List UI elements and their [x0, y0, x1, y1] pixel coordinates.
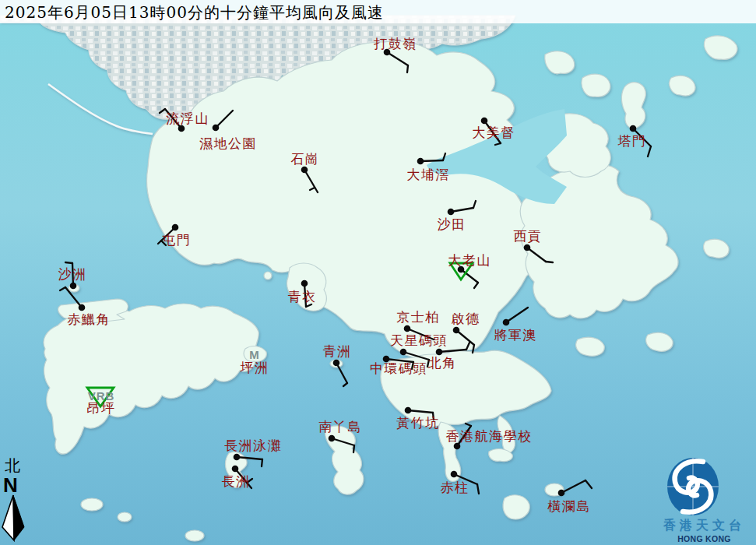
station-dot — [405, 407, 412, 414]
hko-logo: 香港天文台 HONG KONG OBSERVATORY — [652, 456, 756, 543]
station-label: 橫瀾島 — [547, 498, 591, 514]
station-dot — [558, 490, 565, 497]
station-ngong-ping: VRB昂坪 — [87, 388, 116, 416]
station-label: 香港航海學校 — [446, 428, 533, 444]
north-arrow-icon — [2, 495, 24, 540]
station-label: 黃竹坑 — [396, 415, 440, 431]
station-label: 流浮山 — [166, 111, 209, 126]
station-dot — [451, 471, 458, 478]
station-label: 屯門 — [163, 232, 192, 248]
station-dot — [234, 454, 241, 461]
station-label: 北角 — [428, 355, 457, 371]
station-dot — [329, 435, 336, 442]
station-label: 青洲 — [323, 343, 352, 359]
station-label: 西貢 — [514, 228, 543, 244]
station-dot — [301, 167, 308, 174]
station-label: 南丫島 — [318, 419, 362, 434]
station-label: 中環碼頭 — [370, 360, 427, 376]
wind-barb-icon — [65, 262, 72, 263]
station-label: 沙洲 — [58, 266, 87, 282]
wind-barb-icon — [353, 445, 354, 452]
station-label: 坪洲 — [241, 360, 269, 375]
station-label: 塔門 — [617, 133, 647, 149]
hko-name-english: HONG KONG OBSERVATORY — [652, 534, 756, 545]
map-title: 2025年6月05日13時00分的十分鐘平均風向及風速 — [0, 0, 756, 23]
station-dot — [417, 158, 424, 165]
station-label: 大老山 — [448, 252, 491, 268]
wind-barb-icon — [420, 160, 443, 161]
station-dot — [453, 327, 460, 334]
station-label: 長洲泳灘 — [224, 438, 282, 453]
station-label: 赤柱 — [441, 480, 469, 495]
station-label: 大埔滘 — [406, 167, 450, 182]
hko-logo-icon — [652, 456, 756, 517]
station-label: 將軍澳 — [494, 327, 537, 343]
wind-barb-icon — [262, 459, 262, 466]
station-dot — [448, 209, 455, 216]
wind-barb-icon — [407, 65, 408, 72]
station-dot — [436, 349, 443, 356]
station-dot — [404, 325, 411, 332]
station-dot — [232, 466, 239, 473]
north-cn-label: 北 — [5, 456, 20, 475]
station-label: 打鼓嶺 — [373, 36, 417, 51]
station-label: 天星碼頭 — [390, 332, 448, 348]
station-label: 石崗 — [291, 151, 320, 167]
station-label: 青衣 — [288, 289, 317, 304]
north-indicator: 北 N — [0, 455, 34, 545]
station-dot — [333, 360, 340, 367]
hko-name-chinese: 香港天文台 — [652, 518, 756, 534]
station-label: 啟德 — [452, 311, 480, 326]
north-letter: N — [3, 473, 18, 497]
station-label: 昂坪 — [87, 400, 116, 416]
wind-barb-icon — [546, 262, 553, 262]
station-label: 濕地公園 — [199, 135, 257, 151]
wind-map-screen: 流浮山濕地公園打鼓嶺大美督塔門石崗大埔滘沙田西貢大老山屯門沙洲赤鱲角VRB昂坪M… — [0, 0, 756, 545]
station-dot — [400, 349, 407, 356]
station-label: 沙田 — [438, 216, 466, 232]
station-label: 京士柏 — [396, 309, 440, 325]
station-dot — [503, 319, 510, 326]
station-dot — [630, 125, 637, 132]
station-dot — [213, 125, 220, 132]
hong-kong-basemap: 流浮山濕地公園打鼓嶺大美督塔門石崗大埔滘沙田西貢大老山屯門沙洲赤鱲角VRB昂坪M… — [0, 0, 756, 545]
station-dot — [172, 224, 179, 231]
station-label: 大美督 — [472, 125, 515, 140]
station-label: 赤鱲角 — [67, 311, 111, 327]
station-dot — [524, 244, 531, 251]
station-label: 長洲 — [222, 473, 251, 489]
station-dot — [79, 304, 86, 311]
station-dot — [481, 118, 488, 125]
station-dot — [301, 280, 308, 287]
station-dot — [70, 283, 77, 290]
